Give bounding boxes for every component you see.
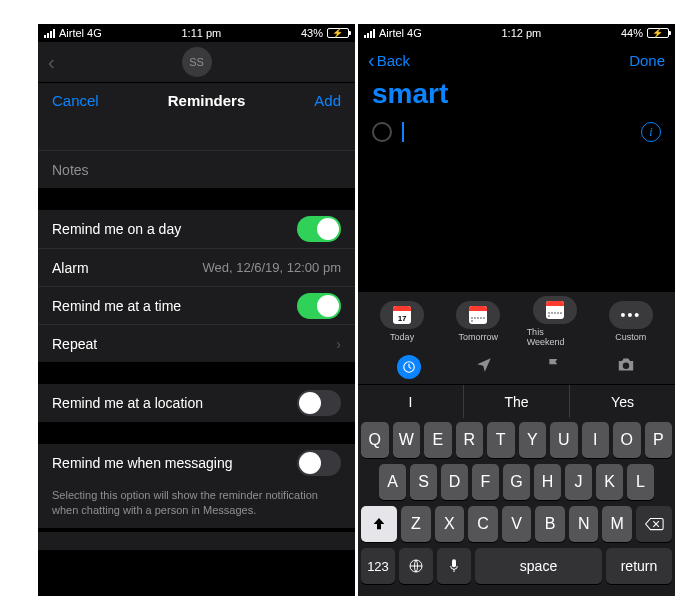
key-123[interactable]: 123: [361, 548, 395, 584]
notes-input[interactable]: Notes: [38, 150, 355, 188]
repeat-row[interactable]: Repeat ›: [38, 324, 355, 362]
new-reminder-row[interactable]: i: [358, 116, 675, 148]
status-bar: Airtel 4G 1:11 pm 43% ⚡: [38, 24, 355, 42]
back-chevron-icon[interactable]: ‹: [48, 51, 55, 74]
ellipsis-icon: •••: [621, 307, 642, 323]
key-o[interactable]: O: [613, 422, 641, 458]
back-label: Back: [377, 52, 410, 69]
key-c[interactable]: C: [468, 506, 498, 542]
key-r[interactable]: R: [456, 422, 484, 458]
key-y[interactable]: Y: [519, 422, 547, 458]
battery-icon: ⚡: [327, 28, 349, 38]
key-z[interactable]: Z: [401, 506, 431, 542]
flag-icon: [546, 357, 562, 373]
remind-time-label: Remind me at a time: [52, 298, 181, 314]
key-u[interactable]: U: [550, 422, 578, 458]
checkbox-circle[interactable]: [372, 122, 392, 142]
camera-button[interactable]: [616, 357, 636, 377]
backspace-icon: [644, 517, 664, 531]
key-q[interactable]: Q: [361, 422, 389, 458]
quick-custom[interactable]: ••• Custom: [603, 301, 659, 342]
battery-pct: 43%: [301, 27, 323, 39]
key-j[interactable]: J: [565, 464, 592, 500]
remind-location-row[interactable]: Remind me at a location: [38, 384, 355, 422]
key-i[interactable]: I: [582, 422, 610, 458]
key-l[interactable]: L: [627, 464, 654, 500]
key-a[interactable]: A: [379, 464, 406, 500]
signal-icon: [364, 29, 375, 38]
key-p[interactable]: P: [645, 422, 673, 458]
globe-icon: [408, 558, 424, 574]
key-shift[interactable]: [361, 506, 397, 542]
alarm-row[interactable]: Alarm Wed, 12/6/19, 12:00 pm: [38, 248, 355, 286]
phone-left-reminder-detail: Airtel 4G 1:11 pm 43% ⚡ ‹ SS Cancel Remi…: [38, 24, 355, 596]
add-button[interactable]: Add: [314, 92, 341, 109]
key-e[interactable]: E: [424, 422, 452, 458]
location-button[interactable]: [475, 356, 493, 378]
suggestion-bar: I The Yes: [358, 384, 675, 418]
alarm-value: Wed, 12/6/19, 12:00 pm: [202, 260, 341, 275]
key-w[interactable]: W: [393, 422, 421, 458]
cancel-button[interactable]: Cancel: [52, 92, 99, 109]
keyboard: Q W E R T Y U I O P A S D F G H J K: [358, 418, 675, 596]
remind-day-toggle[interactable]: [297, 216, 341, 242]
key-globe[interactable]: [399, 548, 433, 584]
modal-title: Reminders: [168, 92, 246, 109]
extra-row[interactable]: [38, 532, 355, 550]
remind-time-row[interactable]: Remind me at a time: [38, 286, 355, 324]
calendar-weekend-icon: [546, 301, 564, 319]
info-icon[interactable]: i: [641, 122, 661, 142]
attribute-toolbar: [358, 350, 675, 384]
key-h[interactable]: H: [534, 464, 561, 500]
remind-day-row[interactable]: Remind me on a day: [38, 210, 355, 248]
alarm-label: Alarm: [52, 260, 89, 276]
remind-messaging-row[interactable]: Remind me when messaging: [38, 444, 355, 482]
key-d[interactable]: D: [441, 464, 468, 500]
suggestion-3[interactable]: Yes: [570, 385, 675, 418]
key-mic[interactable]: [437, 548, 471, 584]
key-f[interactable]: F: [472, 464, 499, 500]
remind-messaging-toggle[interactable]: [297, 450, 341, 476]
key-row-2: A S D F G H J K L: [361, 464, 672, 500]
suggestion-1[interactable]: I: [358, 385, 464, 418]
key-k[interactable]: K: [596, 464, 623, 500]
quick-today[interactable]: 17 Today: [374, 301, 430, 342]
key-v[interactable]: V: [502, 506, 532, 542]
key-s[interactable]: S: [410, 464, 437, 500]
carrier-label: Airtel 4G: [379, 27, 422, 39]
key-n[interactable]: N: [569, 506, 599, 542]
battery-icon: ⚡: [647, 28, 669, 38]
suggestion-2[interactable]: The: [464, 385, 570, 418]
done-button[interactable]: Done: [629, 52, 665, 69]
quick-toolbar: 17 Today Tomorrow This Weekend ••• Custo…: [358, 292, 675, 350]
key-g[interactable]: G: [503, 464, 530, 500]
key-b[interactable]: B: [535, 506, 565, 542]
key-t[interactable]: T: [487, 422, 515, 458]
key-backspace[interactable]: [636, 506, 672, 542]
back-button[interactable]: ‹ Back: [368, 49, 410, 72]
navbar: ‹ Back Done: [358, 42, 675, 78]
time-button[interactable]: [397, 355, 421, 379]
title-input[interactable]: [38, 118, 355, 150]
calendar-tomorrow-icon: [469, 306, 487, 324]
key-row-3: Z X C V B N M: [361, 506, 672, 542]
status-time: 1:11 pm: [182, 27, 222, 39]
phone-right-new-reminder: Airtel 4G 1:12 pm 44% ⚡ ‹ Back Done smar…: [358, 24, 675, 596]
parent-titlebar: ‹ SS: [38, 42, 355, 82]
keyboard-area: 17 Today Tomorrow This Weekend ••• Custo…: [358, 292, 675, 596]
key-row-1: Q W E R T Y U I O P: [361, 422, 672, 458]
key-space[interactable]: space: [475, 548, 602, 584]
signal-icon: [44, 29, 55, 38]
key-x[interactable]: X: [435, 506, 465, 542]
flag-button[interactable]: [546, 357, 562, 377]
quick-weekend[interactable]: This Weekend: [527, 296, 583, 347]
quick-tomorrow[interactable]: Tomorrow: [450, 301, 506, 342]
remind-time-toggle[interactable]: [297, 293, 341, 319]
key-return[interactable]: return: [606, 548, 672, 584]
remind-messaging-label: Remind me when messaging: [52, 455, 233, 471]
avatar[interactable]: SS: [182, 47, 212, 77]
key-m[interactable]: M: [602, 506, 632, 542]
key-row-4: 123 space return: [361, 548, 672, 584]
remind-location-toggle[interactable]: [297, 390, 341, 416]
svg-point-1: [623, 363, 629, 369]
